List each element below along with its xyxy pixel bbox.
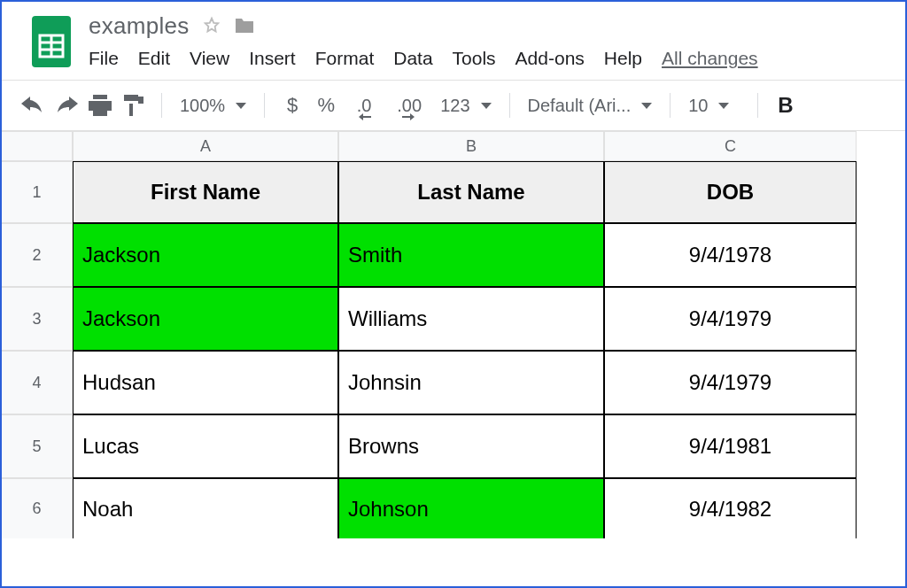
cell-B2[interactable]: Smith [338, 223, 604, 287]
font-family-dropdown[interactable]: Default (Ari... [523, 96, 658, 116]
toolbar: 100% $ % .0 .00 123 Default (Ari... [2, 81, 905, 130]
decrease-decimal-button[interactable]: .0 [345, 90, 384, 120]
column-head-A[interactable]: A [73, 131, 338, 161]
chevron-down-icon [481, 103, 492, 109]
spreadsheet-grid: A B C 1 First Name Last Name DOB 2 Jacks… [2, 131, 905, 538]
folder-icon[interactable] [234, 17, 255, 35]
font-size-value: 10 [688, 96, 708, 116]
cell-B5[interactable]: Browns [338, 414, 604, 478]
toolbar-separator [161, 93, 162, 118]
row-head-2[interactable]: 2 [2, 223, 73, 287]
chevron-down-icon [236, 103, 246, 109]
star-icon[interactable] [202, 16, 221, 35]
cell-C4[interactable]: 9/4/1979 [604, 351, 857, 414]
menu-format[interactable]: Format [315, 48, 375, 69]
more-formats-label: 123 [440, 96, 469, 116]
font-family-value: Default (Ari... [528, 96, 632, 116]
chevron-down-icon [718, 103, 729, 109]
cell-A1[interactable]: First Name [73, 161, 338, 223]
paint-format-icon[interactable] [119, 90, 149, 120]
all-changes-link[interactable]: All changes [662, 48, 758, 69]
toolbar-separator [757, 93, 758, 118]
row-head-1[interactable]: 1 [2, 161, 73, 223]
column-head-B[interactable]: B [338, 131, 604, 161]
undo-icon[interactable] [18, 90, 48, 120]
title-bar: examples File Edit View Insert Format Da… [2, 2, 905, 69]
cell-B1[interactable]: Last Name [338, 161, 604, 223]
menu-file[interactable]: File [89, 48, 119, 69]
row-head-6[interactable]: 6 [2, 478, 73, 538]
cell-C2[interactable]: 9/4/1978 [604, 223, 857, 287]
cell-A4[interactable]: Hudsan [73, 351, 338, 414]
menu-tools[interactable]: Tools [453, 48, 496, 69]
redo-icon[interactable] [51, 90, 81, 120]
font-size-dropdown[interactable]: 10 [683, 96, 745, 116]
print-icon[interactable] [85, 90, 115, 120]
format-currency-button[interactable]: $ [277, 90, 307, 120]
cell-B6[interactable]: Johnson [338, 478, 604, 538]
menu-help[interactable]: Help [604, 48, 642, 69]
toolbar-separator [264, 93, 265, 118]
cell-B3[interactable]: Williams [338, 287, 604, 351]
menu-view[interactable]: View [190, 48, 229, 69]
cell-C6[interactable]: 9/4/1982 [604, 478, 857, 538]
cell-C1[interactable]: DOB [604, 161, 857, 223]
row-head-4[interactable]: 4 [2, 351, 73, 414]
cell-A3[interactable]: Jackson [73, 287, 338, 351]
row-head-5[interactable]: 5 [2, 414, 73, 478]
cell-B4[interactable]: Johnsin [338, 351, 604, 414]
more-formats-dropdown[interactable]: 123 [435, 96, 496, 116]
document-title[interactable]: examples [89, 12, 190, 40]
menu-addons[interactable]: Add-ons [516, 48, 585, 69]
row-head-3[interactable]: 3 [2, 287, 73, 351]
zoom-value: 100% [180, 96, 225, 116]
menu-insert[interactable]: Insert [249, 48, 296, 69]
cell-A5[interactable]: Lucas [73, 414, 338, 478]
increase-decimal-button[interactable]: .00 [387, 90, 431, 120]
menu-edit[interactable]: Edit [138, 48, 170, 69]
chevron-down-icon [641, 103, 652, 109]
cell-C3[interactable]: 9/4/1979 [604, 287, 857, 351]
bold-button[interactable]: B [771, 93, 793, 118]
toolbar-separator [670, 93, 671, 118]
zoom-dropdown[interactable]: 100% [174, 96, 252, 116]
cell-A2[interactable]: Jackson [73, 223, 338, 287]
select-all-corner[interactable] [2, 131, 73, 161]
cell-C5[interactable]: 9/4/1981 [604, 414, 857, 478]
format-percent-button[interactable]: % [311, 90, 341, 120]
cell-A6[interactable]: Noah [73, 478, 338, 538]
sheets-icon [32, 16, 71, 67]
toolbar-separator [509, 93, 510, 118]
column-head-C[interactable]: C [604, 131, 857, 161]
menu-bar: File Edit View Insert Format Data Tools … [89, 48, 758, 69]
menu-data[interactable]: Data [393, 48, 432, 69]
